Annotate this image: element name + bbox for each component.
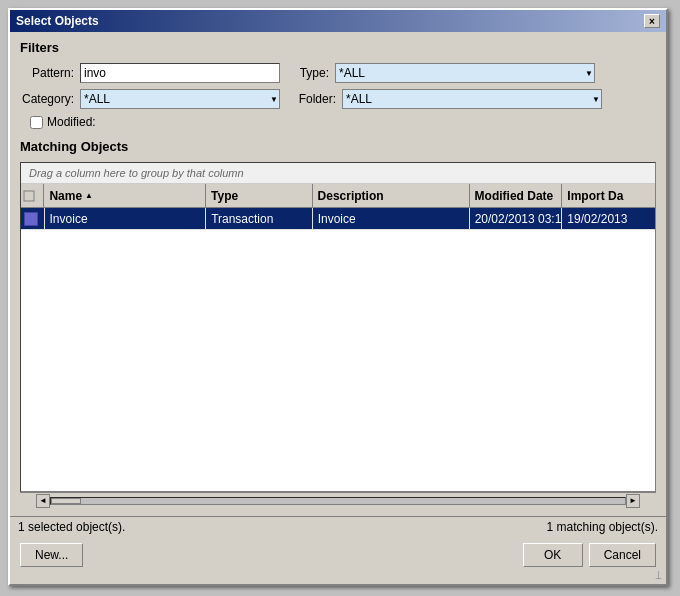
cell-description: Invoice [313,208,470,229]
scroll-left-arrow[interactable]: ◄ [36,494,50,508]
type-select[interactable]: *ALL [335,63,595,83]
drag-hint: Drag a column here to group by that colu… [21,163,655,184]
table-header: Name ▲ Type Description Modified Date Im… [21,184,655,208]
col-header-icon [21,184,44,207]
resize-handle[interactable]: ⟘ [652,570,664,582]
category-label: Category: [20,92,80,106]
close-button[interactable]: × [644,14,660,28]
new-button[interactable]: New... [20,543,83,567]
modified-checkbox-label[interactable]: Modified: [30,115,96,129]
type-select-wrapper: *ALL [335,63,595,83]
ok-cancel-group: OK Cancel [523,543,656,567]
status-bar: 1 selected object(s). 1 matching object(… [10,516,666,537]
selected-count: 1 selected object(s). [18,520,125,534]
matching-title: Matching Objects [20,139,656,154]
table-body: Invoice Transaction Invoice 20/02/2013 0… [21,208,655,491]
horizontal-scrollbar[interactable]: ◄ ► [20,492,656,508]
type-label: Type: [290,66,335,80]
cell-import-date: 19/02/2013 [562,208,655,229]
matching-count: 1 matching object(s). [547,520,658,534]
folder-select[interactable]: *ALL [342,89,602,109]
modified-label: Modified: [47,115,96,129]
bottom-buttons: New... OK Cancel [10,537,666,573]
filters-title: Filters [20,40,656,55]
cell-type: Transaction [206,208,313,229]
folder-label: Folder: [290,92,342,106]
select-objects-dialog: Select Objects × Filters Pattern: Type: … [8,8,668,586]
ok-button[interactable]: OK [523,543,583,567]
cancel-button[interactable]: Cancel [589,543,656,567]
objects-table: Drag a column here to group by that colu… [20,162,656,492]
scroll-right-arrow[interactable]: ► [626,494,640,508]
header-icon-svg [23,190,35,202]
table-row[interactable]: Invoice Transaction Invoice 20/02/2013 0… [21,208,655,230]
category-select-wrapper: *ALL [80,89,280,109]
folder-select-wrapper: *ALL [342,89,602,109]
col-header-name[interactable]: Name ▲ [44,184,206,207]
filter-row-1: Pattern: Type: *ALL [20,63,656,83]
pattern-label: Pattern: [20,66,80,80]
filter-row-2: Category: *ALL Folder: *ALL [20,89,656,109]
sort-arrow-name: ▲ [85,191,93,200]
filter-row-3: Modified: [20,115,656,129]
col-header-import-date[interactable]: Import Da [562,184,655,207]
col-header-description[interactable]: Description [313,184,470,207]
row-icon [24,212,38,226]
cell-modified-date: 20/02/2013 03:1... [470,208,563,229]
category-select[interactable]: *ALL [80,89,280,109]
filters-section: Filters Pattern: Type: *ALL Category: *A… [20,40,656,129]
cell-name: Invoice [45,208,207,229]
title-bar: Select Objects × [10,10,666,32]
modified-checkbox[interactable] [30,116,43,129]
dialog-title: Select Objects [16,14,99,28]
cell-row-icon [21,208,45,229]
col-header-modified-date[interactable]: Modified Date [470,184,563,207]
svg-rect-0 [24,191,34,201]
scroll-track[interactable] [50,497,626,505]
col-header-type[interactable]: Type [206,184,313,207]
matching-section: Matching Objects Drag a column here to g… [20,139,656,508]
pattern-input[interactable] [80,63,280,83]
scroll-thumb[interactable] [51,498,81,504]
